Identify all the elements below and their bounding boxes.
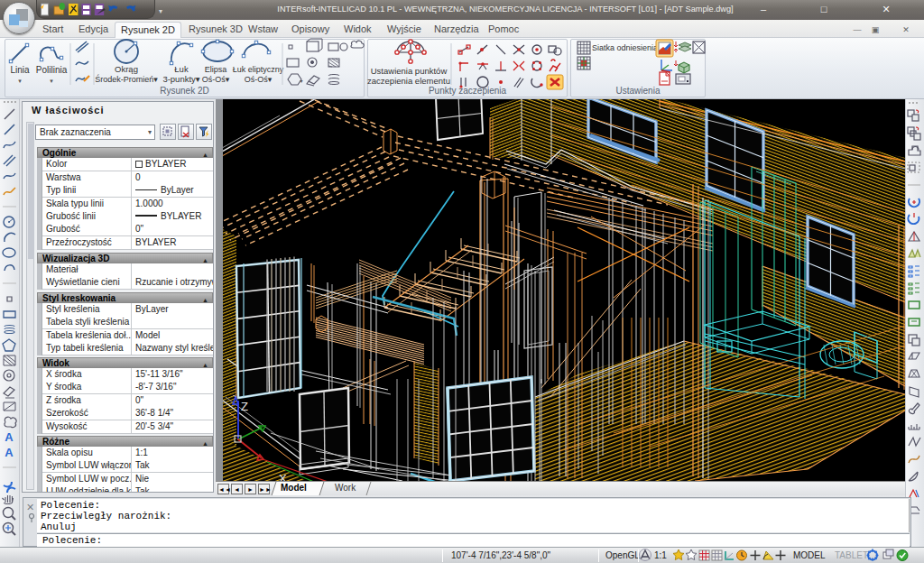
- svg-text:Elipsa: Elipsa: [205, 65, 227, 74]
- svg-text:Z: Z: [241, 400, 248, 413]
- svg-text:Polilinia: Polilinia: [36, 65, 68, 75]
- svg-text:Ustawienia punktów: Ustawienia punktów: [371, 66, 448, 76]
- svg-text:A: A: [5, 446, 14, 459]
- svg-text:▾: ▾: [18, 78, 22, 84]
- svg-text:▾: ▾: [300, 78, 302, 84]
- svg-text:▾: ▾: [50, 78, 53, 84]
- svg-text:Środek-Promień▾: Środek-Promień▾: [95, 74, 158, 84]
- svg-text:Oś-Oś▾: Oś-Oś▾: [202, 75, 230, 84]
- svg-text:3-punkty▾: 3-punkty▾: [162, 74, 199, 84]
- svg-text:Siatka odniesienia: Siatka odniesienia: [592, 43, 658, 52]
- svg-text:Linia: Linia: [10, 65, 30, 75]
- svg-text:Oś-Oś▾: Oś-Oś▾: [245, 75, 273, 84]
- svg-text:zaczepienia elementu: zaczepienia elementu: [367, 76, 450, 86]
- svg-text:A: A: [5, 430, 14, 444]
- svg-text:Okrąg: Okrąg: [115, 64, 138, 74]
- svg-text:X: X: [279, 472, 287, 481]
- svg-text:Łuk eliptyczny: Łuk eliptyczny: [233, 65, 284, 74]
- svg-text:Łuk: Łuk: [174, 64, 189, 74]
